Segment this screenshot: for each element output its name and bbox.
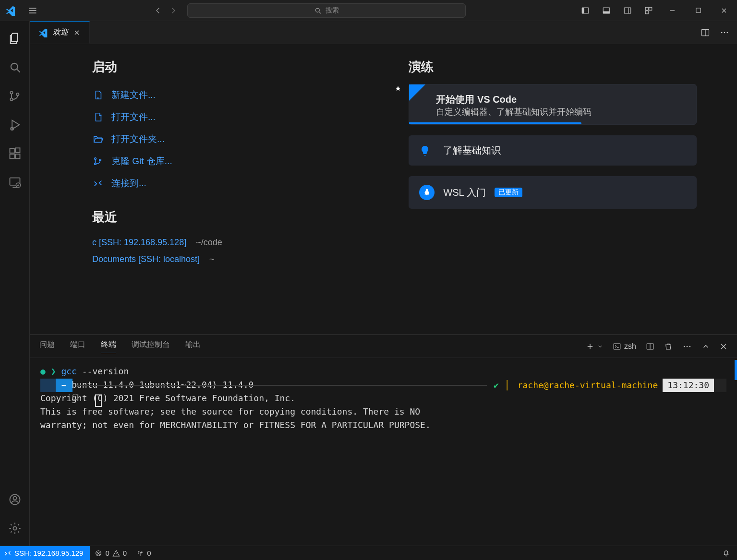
- svg-point-34: [687, 346, 688, 347]
- panel-more-icon[interactable]: [682, 342, 692, 351]
- more-actions-icon[interactable]: [720, 28, 729, 37]
- recent-heading: 最近: [92, 209, 380, 226]
- walkthrough-progress: [409, 122, 581, 124]
- start-connect-to[interactable]: 连接到...: [92, 172, 380, 194]
- welcome-page: 启动 新建文件... 打开文件... 打开文件夹... 克隆 Git 仓库...…: [30, 44, 737, 334]
- recent-item-1[interactable]: Documents [SSH: localhost]~: [92, 251, 380, 268]
- split-editor-icon[interactable]: [701, 28, 710, 37]
- panel-close-icon[interactable]: [720, 343, 727, 350]
- svg-rect-4: [603, 11, 610, 13]
- search-placeholder: 搜索: [326, 6, 339, 15]
- panel-tab-terminal[interactable]: 终端: [101, 340, 116, 353]
- panel-tab-problems[interactable]: 问题: [39, 340, 55, 353]
- tab-title: 欢迎: [53, 27, 68, 37]
- status-notifications-icon[interactable]: [715, 549, 737, 557]
- svg-point-11: [10, 91, 12, 94]
- new-terminal-button[interactable]: [586, 342, 603, 351]
- svg-point-29: [95, 163, 97, 165]
- svg-point-25: [721, 32, 723, 33]
- accounts-icon[interactable]: [0, 485, 29, 514]
- panel-tab-output[interactable]: 输出: [185, 340, 201, 353]
- kill-terminal-icon[interactable]: [664, 342, 673, 351]
- svg-rect-2: [582, 8, 584, 13]
- bottom-panel: 问题 端口 终端 调试控制台 输出 zsh ●: [30, 334, 737, 546]
- window-minimize-icon[interactable]: [659, 0, 685, 21]
- search-activity-icon[interactable]: [0, 53, 29, 82]
- layout-sidebar-right-icon[interactable]: [617, 0, 638, 21]
- svg-point-26: [724, 32, 725, 33]
- svg-point-35: [689, 346, 691, 347]
- svg-point-13: [16, 93, 19, 95]
- new-file-icon: [92, 89, 104, 101]
- layout-sidebar-left-icon[interactable]: [575, 0, 596, 21]
- nav-back-icon[interactable]: [154, 6, 162, 15]
- activity-bar: [0, 21, 30, 546]
- svg-point-33: [684, 346, 685, 347]
- explorer-icon[interactable]: [0, 24, 29, 53]
- svg-rect-17: [15, 154, 20, 158]
- walkthrough-get-started[interactable]: 开始使用 VS Code 自定义编辑器、了解基础知识并开始编码: [409, 84, 696, 125]
- radio-tower-icon: [136, 549, 144, 557]
- nav-forward-icon[interactable]: [169, 6, 178, 15]
- svg-rect-8: [645, 11, 648, 13]
- svg-rect-5: [624, 8, 631, 13]
- svg-point-23: [13, 527, 16, 530]
- start-clone-repo[interactable]: 克隆 Git 仓库...: [92, 150, 380, 172]
- svg-point-22: [13, 497, 16, 500]
- shell-prompt: ~ ✔ │ rache@rache-virtual-machine 13:12:…: [40, 378, 726, 393]
- linux-penguin-icon: [419, 185, 435, 200]
- svg-rect-9: [696, 8, 700, 12]
- git-clone-icon: [92, 155, 104, 167]
- title-bar: 搜索: [0, 0, 737, 21]
- svg-rect-6: [645, 7, 648, 10]
- walkthrough-wsl[interactable]: WSL 入门 已更新: [409, 176, 696, 209]
- recent-item-0[interactable]: c [SSH: 192.168.95.128]~/code: [92, 234, 380, 251]
- svg-rect-31: [614, 344, 620, 349]
- start-open-folder[interactable]: 打开文件夹...: [92, 128, 380, 150]
- svg-point-10: [11, 63, 17, 70]
- svg-rect-7: [649, 7, 652, 10]
- badge-updated: 已更新: [495, 188, 522, 197]
- warning-icon: [112, 549, 120, 557]
- status-remote-host[interactable]: SSH: 192.168.95.129: [0, 546, 90, 560]
- extensions-icon[interactable]: [0, 139, 29, 168]
- window-close-icon[interactable]: [711, 0, 737, 21]
- error-icon: [95, 549, 102, 557]
- start-new-file[interactable]: 新建文件...: [92, 84, 380, 106]
- panel-maximize-icon[interactable]: [701, 342, 710, 351]
- svg-point-27: [727, 32, 728, 33]
- source-control-icon[interactable]: [0, 82, 29, 110]
- vscode-logo-icon: [0, 5, 21, 16]
- status-ports[interactable]: 0: [132, 549, 156, 557]
- walkthrough-learn-basics[interactable]: 了解基础知识: [409, 135, 696, 166]
- svg-point-28: [95, 158, 97, 160]
- start-heading: 启动: [92, 59, 380, 75]
- run-debug-icon[interactable]: [0, 110, 29, 139]
- settings-gear-icon[interactable]: [0, 514, 29, 543]
- tab-close-icon[interactable]: [73, 29, 81, 36]
- search-icon: [314, 7, 322, 14]
- walkthrough-heading: 演练: [409, 59, 696, 75]
- command-center-search[interactable]: 搜索: [187, 3, 466, 18]
- featured-star-icon: [409, 84, 425, 101]
- remote-connect-icon: [92, 178, 104, 189]
- customize-layout-icon[interactable]: [638, 0, 659, 21]
- terminal-cursor: [95, 394, 102, 407]
- panel-tab-debug-console[interactable]: 调试控制台: [132, 340, 170, 353]
- start-open-file[interactable]: 打开文件...: [92, 106, 380, 128]
- split-terminal-icon[interactable]: [646, 342, 654, 351]
- open-folder-icon: [92, 133, 104, 145]
- tab-welcome[interactable]: 欢迎: [30, 21, 90, 44]
- terminal-profile-label[interactable]: zsh: [613, 342, 636, 351]
- terminal-output[interactable]: ● ❯ gcc --version gcc (Ubuntu 11.4.0-1ub…: [30, 358, 737, 432]
- svg-rect-15: [10, 149, 14, 153]
- vscode-tab-icon: [38, 28, 48, 37]
- chevron-down-icon[interactable]: [597, 344, 603, 349]
- window-maximize-icon[interactable]: [685, 0, 711, 21]
- terminal-icon: [613, 342, 621, 351]
- panel-tab-ports[interactable]: 端口: [70, 340, 85, 353]
- status-problems[interactable]: 0 0: [90, 549, 132, 557]
- remote-explorer-icon[interactable]: [0, 168, 29, 197]
- layout-panel-bottom-icon[interactable]: [596, 0, 617, 21]
- hamburger-menu-icon[interactable]: [21, 6, 44, 15]
